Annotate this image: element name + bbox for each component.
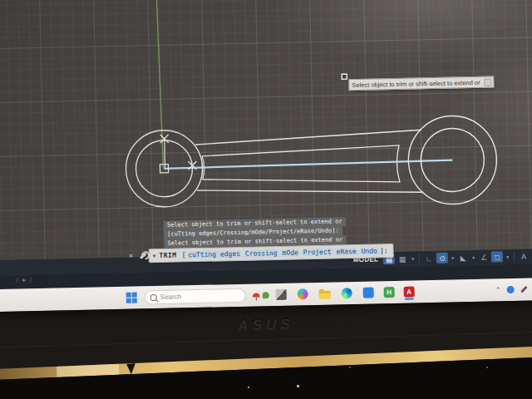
tooltip-cycle-icon bbox=[485, 78, 492, 86]
annotation-visibility-icon[interactable]: A bbox=[518, 251, 530, 262]
rod-bottom-edge[interactable] bbox=[197, 185, 423, 197]
recent-commands-icon[interactable]: ▼ bbox=[153, 253, 156, 259]
pickbox-cursor[interactable] bbox=[342, 74, 347, 79]
dust-speck bbox=[340, 319, 341, 320]
polar-tracking-icon[interactable]: ⊙ bbox=[436, 253, 448, 264]
taskbar-search[interactable]: Search bbox=[144, 284, 246, 309]
autocad-viewport[interactable]: Select object to trim or shift-select to… bbox=[0, 0, 532, 260]
rod-top-edge[interactable] bbox=[195, 130, 421, 145]
snap-dropdown-icon[interactable]: ▾ bbox=[410, 255, 416, 261]
statusbar-divider bbox=[419, 254, 420, 263]
running-indicator bbox=[405, 298, 414, 300]
tray-pen-icon[interactable] bbox=[520, 286, 527, 293]
option-crossing[interactable]: Crossing bbox=[244, 249, 279, 257]
start-button[interactable] bbox=[126, 287, 137, 309]
laptop-photo: Select object to trim or shift-select to… bbox=[0, 0, 532, 399]
object-snap-tracking-icon[interactable]: ∠ bbox=[478, 252, 490, 263]
option-cutting-edges[interactable]: cuTting edges bbox=[186, 249, 242, 258]
taskview-icon bbox=[276, 289, 287, 300]
option-erase[interactable]: eRase bbox=[334, 247, 357, 255]
bezel-seam bbox=[0, 332, 532, 348]
file-explorer-button[interactable] bbox=[318, 283, 331, 305]
edge-icon bbox=[342, 288, 352, 298]
iso-dropdown-icon[interactable]: ▾ bbox=[470, 254, 476, 260]
statusbar-divider bbox=[514, 252, 515, 261]
layout-area[interactable]: /+/ bbox=[12, 275, 35, 285]
option-undo[interactable]: Undo bbox=[359, 247, 378, 254]
windows-start-icon bbox=[126, 293, 137, 303]
taskview-button[interactable] bbox=[275, 283, 287, 306]
laptop-screen: Select object to trim or shift-select to… bbox=[0, 0, 532, 312]
command-history: Select object to trim or shift-select to… bbox=[164, 217, 346, 249]
asus-logo: ASUS bbox=[200, 314, 333, 336]
autocad-taskbar-button[interactable]: A bbox=[403, 281, 415, 303]
widgets-weather-button[interactable] bbox=[252, 283, 269, 306]
active-command-label: TRIM bbox=[159, 251, 176, 259]
close-icon[interactable]: × bbox=[126, 250, 137, 262]
search-icon bbox=[150, 294, 157, 301]
bracket: ]: bbox=[380, 247, 388, 254]
search-placeholder: Search bbox=[160, 293, 182, 301]
store-button[interactable] bbox=[362, 282, 374, 304]
dust-speck bbox=[441, 322, 442, 323]
copilot-button[interactable] bbox=[297, 283, 308, 305]
trim-tooltip-text: Select object to trim or shift-select to… bbox=[352, 78, 480, 88]
ucs-y-axis bbox=[156, 0, 163, 169]
ortho-mode-icon[interactable]: ∟ bbox=[423, 253, 435, 264]
polar-dropdown-icon[interactable]: ▾ bbox=[450, 254, 456, 260]
system-tray[interactable]: ⌃ bbox=[495, 278, 527, 302]
customize-wrench-icon[interactable] bbox=[137, 249, 149, 261]
dust-speck bbox=[248, 387, 249, 388]
osnap-dropdown-icon[interactable]: ▾ bbox=[505, 254, 510, 259]
dust-speck bbox=[486, 367, 488, 368]
weather-leaf-icon bbox=[263, 292, 269, 298]
object-snap-icon[interactable]: □ bbox=[491, 251, 503, 262]
folder-icon bbox=[319, 290, 331, 298]
option-project[interactable]: Project bbox=[302, 248, 333, 256]
tray-blue-app-icon[interactable] bbox=[506, 286, 514, 293]
dust-speck bbox=[297, 385, 299, 387]
isometric-drafting-icon[interactable]: ◣ bbox=[457, 252, 469, 263]
snap-mode-icon[interactable]: ▦ bbox=[397, 254, 408, 264]
new-layout-button[interactable]: + bbox=[22, 275, 27, 284]
dust-speck bbox=[349, 367, 351, 368]
bracket: [ bbox=[181, 251, 185, 259]
dust-speck bbox=[293, 376, 293, 377]
blue-grid-app-icon bbox=[363, 288, 374, 298]
edge-button[interactable] bbox=[341, 282, 352, 304]
green-app-button[interactable]: H bbox=[383, 281, 395, 303]
green-app-icon: H bbox=[384, 287, 395, 298]
autocad-icon: A bbox=[404, 287, 415, 298]
copilot-icon bbox=[298, 288, 308, 299]
weather-umbrella-icon bbox=[253, 293, 260, 297]
tray-chevron-icon[interactable]: ⌃ bbox=[495, 286, 501, 293]
desk-notch bbox=[126, 363, 136, 374]
option-mode[interactable]: mOde bbox=[280, 249, 299, 256]
